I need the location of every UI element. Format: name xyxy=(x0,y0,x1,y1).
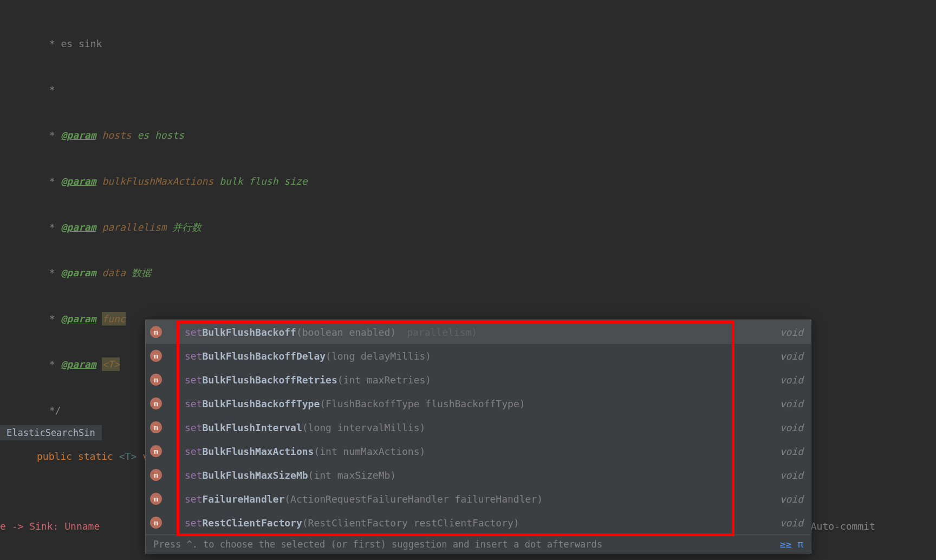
method-signature: setBulkFlushInterval(long intervalMillis… xyxy=(185,422,780,433)
autocomplete-item[interactable]: msetBulkFlushInterval(long intervalMilli… xyxy=(146,415,811,439)
autocomplete-item[interactable]: msetRestClientFactory(RestClientFactory … xyxy=(146,511,811,535)
return-type: void xyxy=(780,374,803,386)
param-desc: bulk flush size xyxy=(219,175,308,187)
param-tag: @param xyxy=(61,267,96,278)
method-icon: m xyxy=(150,493,162,505)
autocomplete-item[interactable]: msetBulkFlushBackoff(boolean enabled)par… xyxy=(146,320,811,344)
param-tag: @param xyxy=(61,175,96,187)
method-signature: setBulkFlushMaxSizeMb(int maxSizeMb) xyxy=(185,470,780,481)
param-tag: @param xyxy=(61,222,96,233)
keyword: public xyxy=(37,451,72,462)
param-name: parallelism xyxy=(102,222,166,233)
param-name: data xyxy=(102,267,125,278)
param-name: bulkFlushMaxActions xyxy=(102,175,213,187)
param-desc: 数据 xyxy=(132,267,151,278)
comment-line: * xyxy=(43,84,55,95)
return-type: void xyxy=(780,517,803,529)
return-type: void xyxy=(780,327,803,338)
autocomplete-item[interactable]: msetFailureHandler(ActionRequestFailureH… xyxy=(146,487,811,511)
method-signature: setBulkFlushBackoffDelay(long delayMilli… xyxy=(185,350,780,362)
pi-icon[interactable]: ≥≥ π xyxy=(780,538,803,550)
return-type: void xyxy=(780,446,803,457)
method-icon: m xyxy=(150,517,162,529)
autocomplete-popup[interactable]: msetBulkFlushBackoff(boolean enabled)par… xyxy=(145,320,811,554)
return-type: void xyxy=(780,470,803,481)
param-name-warn: func xyxy=(102,312,125,325)
autocomplete-item[interactable]: msetBulkFlushBackoffRetries(int maxRetri… xyxy=(146,368,811,392)
method-signature: setBulkFlushBackoff(boolean enabled)para… xyxy=(185,327,780,338)
method-signature: setFailureHandler(ActionRequestFailureHa… xyxy=(185,493,780,505)
type-param: <T> xyxy=(119,451,137,462)
param-tag: @param xyxy=(61,313,96,324)
comment-line: * es sink xyxy=(43,38,102,49)
param-desc: 并行数 xyxy=(172,222,202,233)
method-icon: m xyxy=(150,398,162,409)
method-signature: setRestClientFactory(RestClientFactory r… xyxy=(185,517,780,529)
method-icon: m xyxy=(150,469,162,481)
return-type: void xyxy=(780,422,803,433)
return-type: void xyxy=(780,493,803,505)
param-name-warn: <T> xyxy=(102,357,120,371)
method-signature: setBulkFlushBackoffType(FlushBackoffType… xyxy=(185,398,780,409)
param-desc: es hosts xyxy=(137,129,184,141)
autocomplete-item[interactable]: msetBulkFlushMaxActions(int numMaxAction… xyxy=(146,439,811,463)
param-name: hosts xyxy=(102,129,131,141)
keyword: static xyxy=(78,451,113,462)
comment-end: */ xyxy=(43,405,61,416)
breadcrumb[interactable]: ElasticSearchSin xyxy=(0,425,102,440)
autocomplete-item[interactable]: msetBulkFlushBackoffType(FlushBackoffTyp… xyxy=(146,392,811,415)
param-tag: @param xyxy=(61,129,96,141)
return-type: void xyxy=(780,398,803,409)
method-signature: setBulkFlushBackoffRetries(int maxRetrie… xyxy=(185,374,780,386)
console-line: e -> Sink: Unname xyxy=(0,520,100,532)
autocomplete-item[interactable]: msetBulkFlushBackoffDelay(long delayMill… xyxy=(146,344,811,368)
comment-line: * xyxy=(43,129,61,141)
method-icon: m xyxy=(150,350,162,362)
method-icon: m xyxy=(150,374,162,386)
autocomplete-item[interactable]: msetBulkFlushMaxSizeMb(int maxSizeMb)voi… xyxy=(146,463,811,487)
method-icon: m xyxy=(150,445,162,457)
param-tag: @param xyxy=(61,359,96,370)
method-icon: m xyxy=(150,421,162,433)
popup-hint-bar: Press ^. to choose the selected (or firs… xyxy=(146,535,811,553)
method-signature: setBulkFlushMaxActions(int numMaxActions… xyxy=(185,446,780,457)
popup-hint-text: Press ^. to choose the selected (or firs… xyxy=(153,539,602,550)
return-type: void xyxy=(780,350,803,362)
method-icon: m xyxy=(150,326,162,338)
